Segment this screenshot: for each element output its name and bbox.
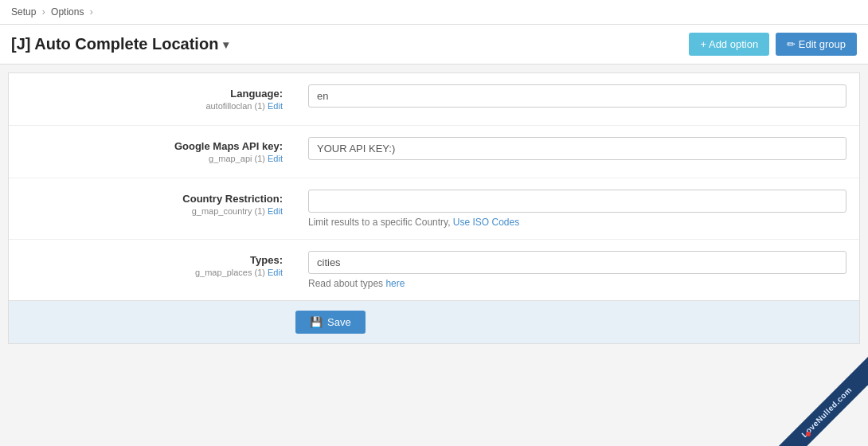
- form-row-3: Types:g_map_places (1) EditRead about ty…: [9, 240, 859, 300]
- save-label: Save: [327, 316, 351, 328]
- form-label-cell-2: Country Restriction:g_map_country (1) Ed…: [9, 178, 295, 239]
- sublabel-edit-3[interactable]: Edit: [268, 268, 283, 277]
- form-input-3[interactable]: [308, 251, 846, 274]
- options-form: Language:autofilloclan (1) EditGoogle Ma…: [8, 72, 860, 344]
- form-label-cell-0: Language:autofilloclan (1) Edit: [9, 73, 295, 125]
- form-input-cell-2: Limit results to a specific Country, Use…: [295, 178, 859, 239]
- save-icon: 💾: [310, 316, 323, 328]
- breadcrumb-options[interactable]: Options: [51, 6, 84, 18]
- form-help-3: Read about types here: [308, 278, 846, 289]
- save-button[interactable]: 💾 Save: [295, 311, 366, 334]
- form-label-cell-1: Google Maps API key:g_map_api (1) Edit: [9, 126, 295, 178]
- form-input-cell-0: [295, 73, 859, 125]
- form-input-cell-3: Read about types here: [295, 240, 859, 300]
- sublabel-edit-1[interactable]: Edit: [268, 154, 283, 163]
- form-label-2: Country Restriction:: [9, 193, 283, 205]
- form-sublabel-1: g_map_api (1) Edit: [9, 154, 283, 163]
- help-link-3[interactable]: here: [385, 278, 405, 289]
- page-title: [J] Auto Complete Location ▾: [11, 35, 229, 53]
- breadcrumb-setup[interactable]: Setup: [11, 6, 36, 18]
- form-sublabel-3: g_map_places (1) Edit: [9, 268, 283, 277]
- page-header: [J] Auto Complete Location ▾ + Add optio…: [0, 25, 868, 65]
- form-help-2: Limit results to a specific Country, Use…: [308, 217, 846, 228]
- breadcrumb: Setup › Options ›: [0, 0, 868, 25]
- page-title-text: [J] Auto Complete Location: [11, 35, 218, 53]
- form-input-1[interactable]: [308, 137, 846, 160]
- header-actions: + Add option ✏ Edit group: [689, 33, 857, 56]
- breadcrumb-sep2: ›: [90, 6, 93, 18]
- form-input-2[interactable]: [308, 190, 846, 213]
- form-label-3: Types:: [9, 254, 283, 266]
- form-row-1: Google Maps API key:g_map_api (1) Edit: [9, 126, 859, 178]
- form-rows: Language:autofilloclan (1) EditGoogle Ma…: [9, 73, 859, 300]
- form-row-0: Language:autofilloclan (1) Edit: [9, 73, 859, 126]
- form-input-0[interactable]: [308, 84, 846, 108]
- form-row-2: Country Restriction:g_map_country (1) Ed…: [9, 178, 859, 240]
- form-footer: 💾 Save: [9, 300, 859, 343]
- form-sublabel-0: autofilloclan (1) Edit: [9, 101, 283, 111]
- form-label-0: Language:: [9, 88, 283, 100]
- form-input-cell-1: [295, 126, 859, 178]
- form-sublabel-2: g_map_country (1) Edit: [9, 206, 283, 216]
- help-link-2[interactable]: Use ISO Codes: [453, 217, 519, 228]
- sublabel-edit-2[interactable]: Edit: [268, 206, 283, 216]
- edit-group-button[interactable]: ✏ Edit group: [776, 33, 857, 56]
- dropdown-caret-icon[interactable]: ▾: [223, 38, 229, 51]
- form-label-cell-3: Types:g_map_places (1) Edit: [9, 240, 295, 300]
- watermark-text: LoveNulled.com: [762, 347, 868, 352]
- sublabel-edit-0[interactable]: Edit: [268, 101, 283, 111]
- form-label-1: Google Maps API key:: [9, 140, 283, 152]
- breadcrumb-sep1: ›: [42, 6, 45, 18]
- add-option-button[interactable]: + Add option: [689, 33, 769, 56]
